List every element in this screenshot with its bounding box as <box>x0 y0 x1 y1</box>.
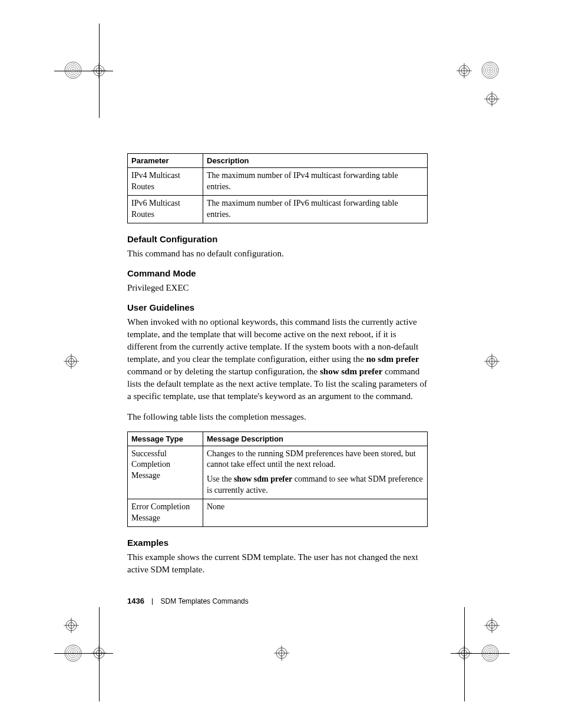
body-examples: This example shows the current SDM templ… <box>127 551 428 576</box>
page-footer: 1436 SDM Templates Commands <box>127 597 249 605</box>
svg-point-51 <box>482 645 498 661</box>
svg-point-14 <box>484 64 497 77</box>
body-user-guidelines-1: When invoked with no optional keywords, … <box>127 316 428 403</box>
svg-point-38 <box>72 652 74 654</box>
cell: Error Completion Message <box>128 499 203 527</box>
table-row: Successful Completion Message Changes to… <box>128 446 428 499</box>
table-row: IPv6 Multicast Routes The maximum number… <box>128 195 428 223</box>
registration-mark-icon <box>484 354 500 369</box>
parameter-table: Parameter Description IPv4 Multicast Rou… <box>127 153 428 223</box>
registration-mark-icon <box>484 91 500 107</box>
registration-mark-icon <box>484 618 500 633</box>
page-number: 1436 <box>127 597 144 605</box>
registration-mark-icon <box>91 63 107 78</box>
page-content: Parameter Description IPv4 Multicast Rou… <box>127 153 428 584</box>
cell: The maximum number of IPv4 multicast for… <box>203 168 428 196</box>
cell: IPv4 Multicast Routes <box>128 168 203 196</box>
cell: None <box>203 499 428 527</box>
body-default-config: This command has no default configuratio… <box>127 248 428 260</box>
footer-divider <box>152 598 153 605</box>
table-row: IPv4 Multicast Routes The maximum number… <box>128 168 428 196</box>
cell: Changes to the running SDM preferences h… <box>203 446 428 499</box>
svg-point-53 <box>485 648 495 658</box>
svg-point-13 <box>482 62 498 78</box>
col-msgtype: Message Type <box>128 431 203 446</box>
svg-point-36 <box>68 648 78 658</box>
svg-point-54 <box>487 650 493 656</box>
svg-point-7 <box>70 67 76 73</box>
svg-point-4 <box>65 62 81 78</box>
svg-point-35 <box>67 647 80 660</box>
registration-mark-icon <box>64 618 79 633</box>
cell: The maximum number of IPv6 multicast for… <box>203 195 428 223</box>
svg-point-52 <box>484 647 497 660</box>
rosette-icon <box>64 61 82 79</box>
table-header-row: Message Type Message Description <box>128 431 428 446</box>
cell: Successful Completion Message <box>128 446 203 499</box>
heading-examples: Examples <box>127 538 428 548</box>
svg-point-34 <box>65 645 81 661</box>
svg-point-16 <box>487 67 493 73</box>
registration-mark-icon <box>457 63 472 78</box>
registration-mark-icon <box>274 645 289 661</box>
heading-command-mode: Command Mode <box>127 268 428 278</box>
svg-point-8 <box>72 69 74 71</box>
svg-point-55 <box>489 652 491 654</box>
rosette-icon <box>64 644 82 662</box>
registration-mark-icon <box>457 645 472 661</box>
body-command-mode: Privileged EXEC <box>127 282 428 294</box>
svg-point-17 <box>489 69 491 71</box>
svg-point-6 <box>68 65 78 75</box>
cell: IPv6 Multicast Routes <box>128 195 203 223</box>
col-msgdesc: Message Description <box>203 431 428 446</box>
message-table: Message Type Message Description Success… <box>127 431 428 527</box>
body-user-guidelines-2: The following table lists the completion… <box>127 411 428 423</box>
registration-mark-icon <box>64 354 79 369</box>
heading-default-config: Default Configuration <box>127 234 428 244</box>
rosette-icon <box>481 61 499 79</box>
svg-point-5 <box>67 64 80 77</box>
table-row: Error Completion Message None <box>128 499 428 527</box>
rosette-icon <box>481 644 499 662</box>
col-parameter: Parameter <box>128 154 203 168</box>
svg-point-37 <box>70 650 76 656</box>
table-header-row: Parameter Description <box>128 154 428 168</box>
col-description: Description <box>203 154 428 168</box>
footer-section: SDM Templates Commands <box>161 597 249 605</box>
svg-point-15 <box>485 65 495 75</box>
registration-mark-icon <box>91 645 107 661</box>
heading-user-guidelines: User Guidelines <box>127 302 428 312</box>
